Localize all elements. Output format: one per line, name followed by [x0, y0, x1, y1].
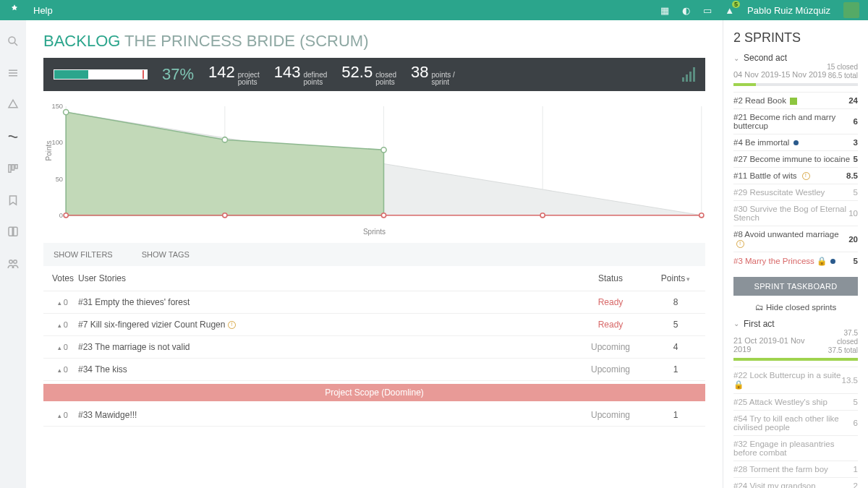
chevron-down-icon: ⌄	[733, 54, 739, 62]
topbar: Help ▦ ◐ ▭ ▲5 Pablo Ruiz Múzquiz	[0, 0, 868, 20]
svg-point-9	[14, 260, 17, 264]
svg-point-0	[9, 37, 15, 43]
kanban-tag-icon	[790, 98, 797, 105]
sprint-story[interactable]: #30 Survive the Bog of Eternal Stench10	[733, 200, 858, 226]
svg-rect-7	[15, 165, 17, 168]
svg-point-20	[222, 137, 227, 142]
sprint-story[interactable]: #32 Engage in pleasantries before combat	[733, 435, 858, 461]
sprint-story[interactable]: #25 Attack Westley's ship5	[733, 393, 858, 410]
svg-rect-6	[12, 165, 14, 171]
table-row[interactable]: 0#23 The marriage is not validUpcoming4	[43, 336, 705, 359]
sprint-story[interactable]: #4 Be immortal 3	[733, 134, 858, 150]
show-tags[interactable]: SHOW TAGS	[142, 250, 190, 259]
doomline: Project Scope (Doomline)	[43, 384, 705, 401]
sprint-story[interactable]: #54 Try to kill each other like civilise…	[733, 410, 858, 435]
sprint-story[interactable]: #22 Lock Buttercup in a suite 🔒13.5	[733, 367, 858, 393]
taskboard-button[interactable]: SPRINT TASKBOARD	[733, 277, 858, 296]
sprint-story[interactable]: #11 Battle of wits 8.5	[733, 167, 858, 184]
kanban-icon[interactable]	[7, 162, 20, 175]
avatar[interactable]	[843, 2, 859, 18]
sprint-story[interactable]: #24 Visit my grandson2	[733, 477, 858, 488]
table-row[interactable]: 0#33 Mawidge!!!Upcoming1	[43, 404, 705, 427]
stats-bar: 37% 142projectpoints 143definedpoints 52…	[43, 58, 705, 91]
logo-icon[interactable]	[9, 4, 20, 17]
search-icon[interactable]	[7, 35, 20, 48]
progress-bar	[54, 69, 148, 80]
svg-point-19	[64, 109, 69, 114]
globe-icon[interactable]: ◐	[682, 5, 690, 16]
lock-icon: 🔒	[733, 380, 744, 389]
notification-count: 5	[732, 1, 740, 8]
sprints-panel: 2 SPRINTS ⌄Second act 04 Nov 2019-15 Nov…	[723, 20, 868, 488]
sprint-story[interactable]: #3 Marry the Princess 🔒 5	[733, 252, 858, 270]
sprint-story[interactable]: #28 Torment the farm boy1	[733, 461, 858, 477]
sprints-heading: 2 SPRINTS	[733, 30, 858, 46]
svg-point-25	[381, 213, 386, 218]
hide-closed-link[interactable]: 🗂 Hide closed sprints	[733, 303, 858, 312]
sprint-header[interactable]: ⌄First act	[733, 319, 858, 329]
table-row[interactable]: 0#7 Kill six-fingered vizier Count Rugen…	[43, 314, 705, 336]
svg-line-1	[14, 43, 17, 46]
chevron-down-icon: ⌄	[733, 320, 739, 328]
briefcase-icon[interactable]: ▭	[703, 5, 712, 16]
sparkline-icon	[682, 67, 695, 82]
user-name[interactable]: Pablo Ruiz Múzquiz	[747, 5, 830, 16]
table-row[interactable]: 0#34 The kissUpcoming1	[43, 359, 705, 381]
sprint-story[interactable]: #8 Avoid unwanted marriage 20	[733, 226, 858, 251]
points-column-sort[interactable]: Points▾	[650, 273, 701, 283]
show-filters[interactable]: SHOW FILTERS	[54, 250, 113, 259]
sprint-header[interactable]: ⌄Second act	[733, 53, 858, 63]
svg-point-26	[540, 213, 545, 218]
team-icon[interactable]	[7, 257, 20, 270]
svg-text:150: 150	[51, 103, 63, 110]
svg-text:50: 50	[56, 176, 63, 183]
chevron-down-icon: ▾	[686, 275, 690, 283]
bookmark-icon[interactable]	[7, 194, 20, 207]
wiki-icon[interactable]	[7, 226, 20, 239]
menu-icon[interactable]	[7, 67, 20, 80]
iocaine-icon	[802, 172, 810, 180]
burndown-chart: Points 050100150 Sprints	[43, 101, 705, 236]
help-link[interactable]: Help	[33, 5, 53, 16]
svg-point-8	[9, 260, 13, 264]
svg-point-21	[381, 147, 386, 153]
assignee-dot-icon	[830, 259, 835, 264]
iocaine-icon	[736, 240, 744, 248]
page-title: BACKLOG THE PRINCESS BRIDE (SCRUM)	[43, 32, 705, 51]
table-header: Votes User Stories Status Points▾	[43, 266, 705, 291]
table-row[interactable]: 0#31 Empty the thieves' forestReady8	[43, 291, 705, 314]
epics-icon[interactable]	[7, 98, 20, 111]
sprint-story[interactable]: #2 Read Book 24	[733, 92, 858, 108]
grid-icon[interactable]: ▦	[660, 5, 669, 16]
left-nav	[0, 20, 26, 488]
iocaine-icon	[228, 321, 236, 329]
backlog-icon[interactable]	[7, 130, 20, 143]
svg-text:0: 0	[59, 212, 63, 219]
sprint-story[interactable]: #27 Become immune to iocaine5	[733, 150, 858, 167]
main-area: BACKLOG THE PRINCESS BRIDE (SCRUM) 37% 1…	[26, 20, 723, 488]
svg-text:100: 100	[51, 139, 63, 146]
svg-point-27	[699, 213, 704, 218]
lock-icon: 🔒	[817, 257, 827, 265]
sprint-story[interactable]: #21 Become rich and marry buttercup6	[733, 108, 858, 134]
svg-point-24	[223, 213, 227, 218]
svg-rect-5	[9, 165, 11, 173]
assignee-dot-icon	[793, 140, 799, 145]
percent: 37%	[162, 65, 194, 84]
sprint-story[interactable]: #29 Resuscitate Westley5	[733, 184, 858, 200]
filter-bar: SHOW FILTERS SHOW TAGS	[43, 243, 705, 266]
svg-point-23	[64, 213, 68, 218]
